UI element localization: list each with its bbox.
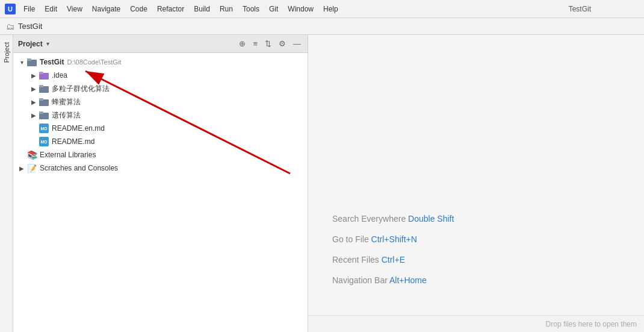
menu-item-code[interactable]: Code: [126, 4, 152, 14]
drop-zone-label: Drop files here to open them: [546, 320, 637, 328]
project-panel: Project ▾ ⊕ ≡ ⇅ ⚙ — ▾TestGitD:\08Code\Te…: [13, 35, 308, 332]
menu-item-build[interactable]: Build: [190, 4, 214, 14]
side-tab-project[interactable]: Project: [2, 37, 11, 67]
tree-item-folder1[interactable]: ▶多粒子群优化算法: [13, 82, 308, 95]
title-bar: U FileEditViewNavigateCodeRefactorBuildR…: [0, 0, 644, 18]
tree-path-testgit-root: D:\08Code\TestGit: [67, 58, 121, 66]
tree-label-folder1: 多粒子群优化算法: [52, 84, 110, 94]
project-header-icons: ⊕ ≡ ⇅ ⚙ —: [237, 39, 303, 49]
hint-line-3: Navigation Bar Alt+Home: [332, 275, 620, 285]
tree-icon-external-libs: 📚: [26, 149, 37, 160]
tree-icon-folder1: [39, 83, 49, 94]
tree-label-readme-en: README.en.md: [52, 124, 105, 133]
tree-item-external-libs[interactable]: 📚External Libraries: [13, 148, 308, 161]
app-logo: U: [5, 4, 16, 14]
tree-arrow-folder1[interactable]: ▶: [29, 86, 39, 92]
menu-item-refactor[interactable]: Refactor: [153, 4, 188, 14]
tree-label-folder2: 蜂蜜算法: [52, 97, 81, 107]
window-folder-icon: 🗂: [6, 22, 14, 31]
svg-rect-5: [39, 85, 43, 87]
tree-label-folder3: 遗传算法: [52, 110, 81, 121]
project-header-title: Project: [18, 40, 43, 48]
menu-item-navigate[interactable]: Navigate: [88, 4, 125, 14]
tree-arrow-folder3[interactable]: ▶: [29, 112, 39, 119]
tree-label-idea-folder: .idea: [52, 71, 67, 80]
tree-icon-folder3: [39, 110, 49, 121]
svg-rect-1: [27, 58, 31, 61]
window-bar: 🗂 TestGit: [0, 18, 644, 35]
tree-label-external-libs: External Libraries: [40, 151, 96, 159]
hint-shortcut-2: Ctrl+E: [382, 255, 405, 265]
hint-shortcut-1: Ctrl+Shift+N: [371, 234, 417, 244]
header-icon-sort[interactable]: ⇅: [263, 39, 273, 49]
project-header-chevron[interactable]: ▾: [46, 40, 49, 47]
project-tree: ▾TestGitD:\08Code\TestGit▶.idea▶多粒子群优化算法…: [13, 53, 308, 332]
tree-icon-readme: MD: [39, 136, 49, 147]
menu-item-edit[interactable]: Edit: [40, 4, 61, 14]
tree-icon-testgit-root: [26, 57, 37, 67]
tree-item-folder3[interactable]: ▶遗传算法: [13, 108, 308, 122]
menu-item-help[interactable]: Help: [319, 4, 342, 14]
menu-item-window[interactable]: Window: [283, 4, 318, 14]
tree-item-readme-en[interactable]: MDREADME.en.md: [13, 122, 308, 135]
menu-item-view[interactable]: View: [63, 4, 87, 14]
tree-icon-scratches: 📝: [26, 163, 37, 174]
main-layout: Project Project ▾ ⊕ ≡ ⇅ ⚙ — ▾TestGitD:\0…: [0, 35, 644, 332]
svg-rect-7: [39, 98, 43, 101]
svg-rect-9: [39, 111, 43, 114]
hint-shortcut-0: Double Shift: [408, 214, 454, 224]
hint-line-2: Recent Files Ctrl+E: [332, 255, 620, 265]
menu-item-git[interactable]: Git: [265, 4, 282, 14]
right-panel: Search Everywhere Double ShiftGo to File…: [308, 35, 644, 332]
hint-line-1: Go to File Ctrl+Shift+N: [332, 234, 620, 244]
menu-item-run[interactable]: Run: [215, 4, 237, 14]
menu-item-file[interactable]: File: [19, 4, 39, 14]
tree-arrow-idea-folder[interactable]: ▶: [29, 72, 39, 79]
tree-icon-folder2: [39, 96, 49, 107]
tree-arrow-testgit-root[interactable]: ▾: [17, 59, 26, 66]
header-icon-settings[interactable]: ⚙: [277, 39, 288, 49]
tree-item-folder2[interactable]: ▶蜂蜜算法: [13, 95, 308, 108]
tree-label-scratches: Scratches and Consoles: [40, 164, 118, 172]
tree-icon-idea-folder: [39, 70, 49, 81]
svg-rect-3: [39, 72, 43, 74]
tree-arrow-folder2[interactable]: ▶: [29, 99, 39, 105]
window-title: TestGit: [569, 5, 639, 13]
hint-line-0: Search Everywhere Double Shift: [332, 214, 620, 224]
menu-bar: FileEditViewNavigateCodeRefactorBuildRun…: [19, 4, 569, 14]
tree-item-idea-folder[interactable]: ▶.idea: [13, 69, 308, 82]
header-icon-locate[interactable]: ⊕: [237, 39, 247, 49]
header-icon-minimize[interactable]: —: [291, 39, 303, 49]
header-icon-list[interactable]: ≡: [251, 39, 259, 49]
hints-area: Search Everywhere Double ShiftGo to File…: [308, 202, 644, 297]
window-bar-title: TestGit: [18, 22, 42, 31]
tree-item-testgit-root[interactable]: ▾TestGitD:\08Code\TestGit: [13, 55, 308, 69]
tree-label-testgit-root: TestGit: [40, 58, 64, 66]
tree-item-readme[interactable]: MDREADME.md: [13, 135, 308, 148]
side-tab[interactable]: Project: [0, 35, 13, 332]
tree-label-readme: README.md: [52, 137, 94, 146]
drop-zone: Drop files here to open them: [308, 315, 644, 332]
hint-shortcut-3: Alt+Home: [389, 275, 427, 285]
tree-item-scratches[interactable]: ▶📝Scratches and Consoles: [13, 161, 308, 175]
project-header: Project ▾ ⊕ ≡ ⇅ ⚙ —: [13, 35, 308, 53]
tree-arrow-scratches[interactable]: ▶: [17, 165, 26, 172]
menu-item-tools[interactable]: Tools: [238, 4, 264, 14]
tree-icon-readme-en: MD: [39, 123, 49, 134]
